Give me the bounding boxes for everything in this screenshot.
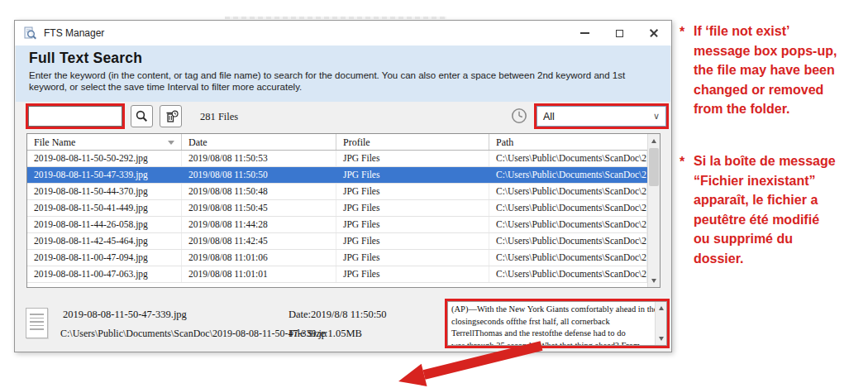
column-profile[interactable]: Profile [336, 134, 489, 150]
detail-date: Date:2019/8/8 11:50:50 [289, 309, 387, 321]
scroll-down-icon[interactable] [648, 274, 660, 287]
minimize-icon [580, 32, 589, 34]
cell-profile: JPG Files [336, 184, 489, 199]
annotation-line: peutêtre été modifié [694, 210, 866, 230]
table-body: 2019-08-08-11-50-50-292.jpg 2019/08/08 1… [27, 151, 647, 283]
cell-profile: JPG Files [336, 266, 489, 282]
table-row[interactable]: 2019-08-08-11-00-47-063.jpg 2019/08/08 1… [27, 266, 647, 283]
page-description: Enter the keyword (in the content, or ta… [29, 69, 659, 93]
preview-scrollbar[interactable] [655, 302, 666, 345]
search-button[interactable] [131, 105, 153, 127]
cell-profile: JPG Files [336, 233, 489, 249]
preview-line: closingseconds offthe frst half, all cor… [451, 316, 652, 328]
detail-file-path: C:\Users\Public\Documents\ScanDoc\2019-0… [60, 328, 327, 340]
table-row[interactable]: 2019-08-08-11-00-47-094.jpg 2019/08/08 1… [27, 250, 647, 266]
preview-scroll-up-icon[interactable] [656, 303, 666, 314]
file-list-table: File Name Date Profile Path 2019-08-08-1… [26, 133, 661, 288]
document-thumbnail [26, 308, 48, 338]
annotation-line: message box pops-up, [694, 41, 866, 61]
time-filter-dropdown[interactable]: All ∨ [537, 106, 666, 127]
cell-profile: JPG Files [336, 250, 489, 266]
annotation-english: * If ‘file not exist’message box pops-up… [680, 22, 866, 119]
cell-date: 2019/08/08 11:42:45 [182, 233, 336, 249]
annotation-marker: * [680, 152, 684, 172]
table-row[interactable]: 2019-08-08-11-50-44-370.jpg 2019/08/08 1… [27, 184, 647, 200]
cell-date: 2019/08/08 11:50:45 [182, 200, 336, 216]
column-path[interactable]: Path [489, 134, 647, 150]
table-row[interactable]: 2019-08-08-11-50-41-449.jpg 2019/08/08 1… [27, 200, 647, 217]
preview-line: (AP)—With the New York Giants comfortabl… [451, 304, 652, 316]
cell-file-name: 2019-08-08-11-00-47-063.jpg [27, 266, 182, 282]
filter-highlight-box: All ∨ [534, 103, 669, 129]
content-preview-box: (AP)—With the New York Giants comfortabl… [447, 301, 667, 346]
filter-value: All [543, 111, 555, 122]
table-row[interactable]: 2019-08-08-11-44-26-058.jpg 2019/08/08 1… [27, 217, 647, 233]
cell-path: C:\Users\Public\Documents\ScanDoc\2019-0… [489, 217, 647, 232]
thumbnail-text-lines [30, 314, 44, 333]
cell-date: 2019/08/08 11:50:53 [182, 151, 336, 166]
screenshot-canvas: FTS Manager Full Text Search Enter the k… [0, 0, 868, 388]
table-scrollbar[interactable] [647, 134, 660, 287]
clear-history-button[interactable] [160, 105, 182, 127]
annotation-line: apparaît, le fichier a [694, 190, 866, 210]
cell-date: 2019/08/08 11:50:50 [182, 167, 336, 183]
preview-highlight-box: (AP)—With the New York Giants comfortabl… [445, 299, 670, 348]
cell-path: C:\Users\Public\Documents\ScanDoc\2019-0… [489, 250, 647, 266]
table-row[interactable]: 2019-08-08-11-50-47-339.jpg 2019/08/08 1… [27, 167, 647, 184]
detail-file-name: 2019-08-08-11-50-47-339.jpg [63, 309, 187, 321]
annotation-line: changed or removed [694, 80, 866, 100]
page-title: Full Text Search [29, 50, 657, 67]
time-interval-icon [511, 108, 527, 124]
close-button[interactable] [637, 21, 671, 46]
column-file-name[interactable]: File Name [27, 134, 182, 150]
annotation-line: the file may have been [694, 60, 866, 80]
table-row[interactable]: 2019-08-08-11-42-45-464.jpg 2019/08/08 1… [27, 233, 647, 250]
cell-date: 2019/08/08 11:50:48 [182, 184, 336, 199]
cell-path: C:\Users\Public\Documents\ScanDoc\2019-0… [489, 233, 647, 249]
maximize-icon [616, 30, 623, 37]
annotation-line: Si la boîte de message [694, 151, 866, 171]
annotation-line: “Fichier inexistant” [694, 171, 866, 191]
detail-file-size: File Size:1.05MB [289, 328, 362, 340]
cell-path: C:\Users\Public\Documents\ScanDoc\2019-0… [489, 184, 647, 199]
app-icon [23, 26, 37, 41]
trash-history-icon [164, 109, 179, 124]
cell-date: 2019/08/08 11:44:28 [182, 217, 336, 232]
maximize-button[interactable] [602, 21, 637, 46]
annotation-french: * Si la boîte de message“Fichier inexist… [680, 151, 866, 268]
cell-path: C:\Users\Public\Documents\ScanDoc\2019-0… [489, 167, 647, 183]
preview-text: (AP)—With the New York Giants comfortabl… [448, 302, 655, 345]
cell-file-name: 2019-08-08-11-42-45-464.jpg [27, 233, 182, 249]
cell-date: 2019/08/08 11:01:06 [182, 250, 336, 266]
scrollbar-thumb[interactable] [649, 148, 659, 186]
chevron-down-icon: ∨ [653, 111, 660, 122]
table-row[interactable]: 2019-08-08-11-50-50-292.jpg 2019/08/08 1… [27, 151, 647, 167]
window-title: FTS Manager [44, 27, 104, 39]
sort-descending-icon [168, 141, 174, 145]
annotation-line: If ‘file not exist’ [694, 22, 866, 41]
annotation-line: ou supprimé du [694, 229, 866, 249]
table-header: File Name Date Profile Path [27, 134, 647, 151]
annotation-line: dossier. [694, 249, 866, 269]
cell-profile: JPG Files [336, 151, 489, 166]
preview-line: TerrellThomas and the restofthe defense … [451, 328, 652, 340]
column-date[interactable]: Date [182, 134, 336, 150]
header-band: Full Text Search Enter the keyword (in t… [16, 46, 670, 102]
search-highlight-box [26, 103, 125, 129]
window-controls [567, 21, 671, 46]
cell-file-name: 2019-08-08-11-50-47-339.jpg [27, 167, 182, 183]
scroll-up-icon[interactable] [648, 134, 660, 147]
fts-manager-window: FTS Manager Full Text Search Enter the k… [14, 20, 672, 352]
cell-file-name: 2019-08-08-11-44-26-058.jpg [27, 217, 182, 232]
cell-profile: JPG Files [336, 200, 489, 216]
preview-scroll-down-icon[interactable] [656, 333, 666, 344]
annotation-marker: * [680, 22, 684, 42]
search-input[interactable] [28, 106, 122, 127]
search-icon [135, 109, 149, 123]
cell-profile: JPG Files [336, 217, 489, 232]
annotation-line: from the folder. [694, 99, 866, 119]
minimize-button[interactable] [567, 21, 602, 46]
cell-file-name: 2019-08-08-11-00-47-094.jpg [27, 250, 182, 266]
cell-path: C:\Users\Public\Documents\ScanDoc\2019-0… [489, 200, 647, 216]
screen-artifact [225, 17, 446, 19]
